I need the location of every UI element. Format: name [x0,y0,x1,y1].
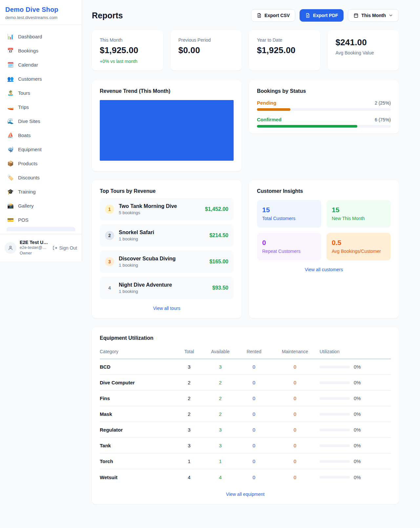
equipment-utilization-cell: 0% [320,396,391,401]
export-csv-button[interactable]: Export CSV [251,9,295,22]
utilization-bar-track [320,366,350,368]
sidebar-item-discounts[interactable]: 🏷️ Discounts [3,171,78,185]
view-all-customers-link[interactable]: View all customers [257,267,391,272]
sidebar-item-customers[interactable]: 👥 Customers [3,72,78,86]
insight-label: Total Customers [262,216,316,221]
tour-bookings: 1 booking [119,236,205,241]
avatar [5,242,16,254]
sidebar-nav: 📊 Dashboard 📅 Bookings 🗓️ Calendar 👥 Cus… [0,25,82,231]
sidebar-item-calendar[interactable]: 🗓️ Calendar [3,58,78,72]
equipment-total: 3 [175,443,203,448]
insight-value: 15 [262,206,316,214]
main-content: Reports Export CSV Export PDF This Month [82,0,420,504]
status-label: Pending [257,100,276,106]
equipment-utilization-cell: 0% [320,427,391,433]
period-selector-dropdown[interactable]: This Month [348,9,399,22]
sidebar-item-equipment[interactable]: 🤿 Equipment [3,142,78,156]
charts-row: Revenue Trend (This Month) Bookings by S… [92,80,399,171]
equipment-category: Dive Computer [100,380,175,385]
tour-name: Two Tank Morning Dive [119,203,200,209]
equipment-utilization-title: Equipment Utilization [100,335,391,341]
view-all-tours-link[interactable]: View all tours [100,306,234,311]
status-row-confirmed: Confirmed 6 (75%) [257,117,391,128]
equipment-rented: 0 [238,458,270,464]
stat-card-this-month: This Month $1,925.00 +0% vs last month [92,30,163,71]
insight-label: Repeat Customers [262,249,316,254]
export-pdf-button[interactable]: Export PDF [300,9,344,22]
tour-row: 3 Discover Scuba Diving 1 booking $165.0… [100,251,234,273]
equipment-maintenance: 0 [270,411,320,417]
customer-insights-card: Customer Insights 15 Total Customers 15 … [249,180,399,318]
stat-card-previous-period: Previous Period $0.00 [171,30,242,71]
equipment-total: 2 [175,380,203,385]
sidebar-item-training[interactable]: 🎓 Training [3,185,78,199]
sign-out-button[interactable]: Sign Out [52,245,77,251]
equipment-category: Mask [100,411,175,417]
stat-value: $1,925.00 [100,45,155,55]
sidebar-item-boats[interactable]: ⛵ Boats [3,128,78,142]
sidebar-user-panel: E2E Test U… e2e-tester@… Owner Sign Out [0,234,82,261]
sidebar-item-label: Gallery [18,203,34,209]
equipment-total: 1 [175,458,203,464]
bookings-by-status-title: Bookings by Status [257,88,391,94]
utilization-percent: 0% [354,427,361,433]
header-actions: Export CSV Export PDF This Month [251,9,399,22]
sidebar: Demo Dive Shop demo.test.divestreams.com… [0,0,82,261]
utilization-bar-track [320,381,350,384]
top-tours-title: Top Tours by Revenue [100,188,234,194]
equipment-maintenance: 0 [270,475,320,480]
credit-card-icon: 💳 [7,217,14,223]
status-label: Confirmed [257,117,282,122]
equipment-total: 3 [175,427,203,433]
sidebar-item-label: Tours [18,90,30,96]
equipment-rented: 0 [238,427,270,433]
stat-label: Avg Booking Value [336,50,391,55]
equipment-available: 4 [203,475,238,480]
utilization-percent: 0% [354,396,361,401]
sidebar-item-gallery[interactable]: 📸 Gallery [3,199,78,213]
sidebar-item-trips[interactable]: 🚤 Trips [3,100,78,114]
stat-value: $1,925.00 [257,45,312,55]
insight-label: Avg Bookings/Customer [332,249,386,254]
bar-chart-icon: 📊 [7,33,14,40]
insight-tiles: 15 Total Customers 15 New This Month 0 R… [257,200,391,260]
wave-icon: 🌊 [7,118,14,124]
rank-badge: 2 [105,231,114,240]
view-all-equipment-link[interactable]: View all equipment [100,492,391,497]
column-header: Total [175,349,203,354]
sidebar-item-dashboard[interactable]: 📊 Dashboard [3,30,78,44]
equipment-maintenance: 0 [270,364,320,370]
chevron-down-icon [388,13,393,18]
tag-icon: 🏷️ [7,174,14,181]
calendar-date-icon: 📅 [7,48,14,54]
equipment-available: 1 [203,458,238,464]
sidebar-item-label: Dive Sites [18,118,40,124]
equipment-utilization-cell: 0% [320,380,391,385]
equipment-rented: 0 [238,396,270,401]
sidebar-item-pos[interactable]: 💳 POS [3,213,78,227]
equipment-rented: 0 [238,364,270,370]
equipment-category: Tank [100,443,175,448]
insight-label: New This Month [332,216,386,221]
sidebar-item-bookings[interactable]: 📅 Bookings [3,44,78,58]
status-bar-fill [257,108,290,111]
user-email: e2e-tester@… [20,245,49,251]
tour-revenue: $214.50 [209,233,228,238]
equipment-category: Torch [100,458,175,464]
user-role: Owner [20,251,49,256]
sidebar-item-products[interactable]: 📦 Products [3,156,78,171]
tour-bookings: 1 booking [119,289,208,294]
insight-tile-new-this-month: 15 New This Month [326,200,391,228]
column-header: Category [100,349,175,354]
tour-row: 2 Snorkel Safari 1 booking $214.50 [100,224,234,247]
sidebar-item-dive-sites[interactable]: 🌊 Dive Sites [3,114,78,128]
sidebar-active-item-partial[interactable] [7,227,75,231]
utilization-bar-track [320,413,350,416]
column-header: Utilization [320,349,391,354]
equipment-maintenance: 0 [270,396,320,401]
top-tours-card: Top Tours by Revenue 1 Two Tank Morning … [92,180,242,318]
utilization-percent: 0% [354,380,361,385]
sign-out-icon [52,245,57,251]
sidebar-item-tours[interactable]: 🏝️ Tours [3,86,78,100]
utilization-bar-track [320,429,350,431]
